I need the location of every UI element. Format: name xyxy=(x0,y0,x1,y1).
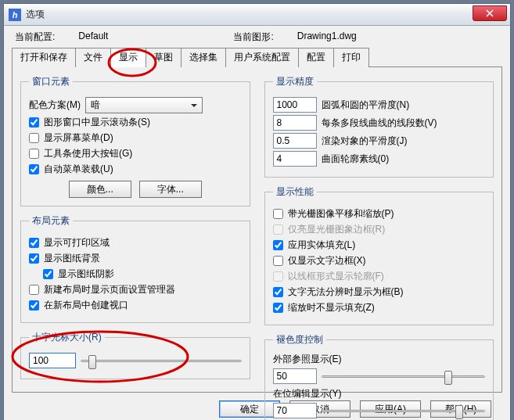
inplace-fade-slider[interactable] xyxy=(322,403,486,418)
create-viewport-checkbox[interactable]: 在新布局中创建视口 xyxy=(29,299,242,312)
contour-lines-label: 曲面轮廓素线(0) xyxy=(322,153,390,166)
content-area: 当前配置: Default 当前图形: Drawing1.dwg 打开和保存 文… xyxy=(4,26,510,420)
tab-plot[interactable]: 打印 xyxy=(333,48,369,67)
paper-shadow-checkbox[interactable]: 显示图纸阴影 xyxy=(43,267,242,281)
xref-fade-input[interactable]: 50 xyxy=(273,368,317,384)
solid-fill-checkbox[interactable]: 应用实体填充(L) xyxy=(273,239,486,252)
page-setup-checkbox[interactable]: 新建布局时显示页面设置管理器 xyxy=(29,283,242,296)
highlight-frame-checkbox: 仅亮显光栅图象边框(R) xyxy=(273,223,486,236)
render-smooth-label: 渲染对象的平滑度(J) xyxy=(322,135,408,148)
true-color-checkbox[interactable]: 文字无法分辨时显示为框(B) xyxy=(273,285,486,299)
no-fill-zoom-checkbox[interactable]: 缩放时不显示填充(Z) xyxy=(273,301,486,314)
auto-menu-checkbox[interactable]: 自动菜单装载(U) xyxy=(29,163,242,176)
polyline-segments-input[interactable]: 8 xyxy=(273,115,317,131)
print-area-checkbox[interactable]: 显示可打印区域 xyxy=(29,236,242,249)
render-smooth-input[interactable]: 0.5 xyxy=(273,133,317,149)
big-buttons-checkbox[interactable]: 工具条使用大按钮(G) xyxy=(29,147,242,160)
fade-control-legend: 褪色度控制 xyxy=(273,333,326,346)
screen-menu-checkbox[interactable]: 显示屏幕菜单(D) xyxy=(29,131,242,145)
pan-zoom-checkbox[interactable]: 带光栅图像平移和缩放(P) xyxy=(273,207,486,221)
titlebar[interactable]: h 选项 xyxy=(4,4,510,26)
crosshair-legend: 十字光标大小(R) xyxy=(29,331,105,344)
color-scheme-label: 配色方案(M) xyxy=(29,99,81,112)
config-value: Default xyxy=(78,31,108,44)
drawing-value: Drawing1.dwg xyxy=(297,31,357,44)
crosshair-slider[interactable] xyxy=(81,353,242,368)
close-icon xyxy=(486,9,494,17)
arc-smooth-label: 圆弧和圆的平滑度(N) xyxy=(322,99,410,112)
options-dialog: h 选项 当前配置: Default 当前图形: Drawing1.dwg 打开… xyxy=(3,3,511,420)
header-row: 当前配置: Default 当前图形: Drawing1.dwg xyxy=(12,31,502,44)
tab-draft[interactable]: 草图 xyxy=(146,48,182,67)
inplace-fade-label: 在位编辑显示(Y) xyxy=(273,387,486,400)
xref-fade-label: 外部参照显示(E) xyxy=(273,353,486,366)
polyline-segments-label: 每条多段线曲线的线段数(V) xyxy=(322,117,437,130)
fade-control-group: 褪色度控制 外部参照显示(E) 50 在位编辑显示(Y) 70 xyxy=(264,333,494,420)
window-title: 选项 xyxy=(26,8,45,21)
crosshair-group: 十字光标大小(R) 100 xyxy=(20,331,250,379)
wire-outline-checkbox: 以线框形式显示轮廓(F) xyxy=(273,270,486,283)
inplace-fade-input[interactable]: 70 xyxy=(273,403,317,418)
slider-thumb[interactable] xyxy=(444,371,452,385)
color-scheme-select[interactable]: 暗 xyxy=(85,97,203,113)
tab-profiles[interactable]: 配置 xyxy=(298,48,334,67)
display-precision-group: 显示精度 1000圆弧和圆的平滑度(N) 8每条多段线曲线的线段数(V) 0.5… xyxy=(264,75,494,178)
color-button[interactable]: 颜色... xyxy=(69,181,131,198)
tab-files[interactable]: 文件 xyxy=(75,48,111,67)
slider-thumb[interactable] xyxy=(455,405,463,419)
tab-open-save[interactable]: 打开和保存 xyxy=(12,48,76,67)
layout-elements-group: 布局元素 显示可打印区域 显示图纸背景 显示图纸阴影 新建布局时显示页面设置管理… xyxy=(20,214,250,323)
display-performance-legend: 显示性能 xyxy=(273,185,317,199)
right-column: 显示精度 1000圆弧和圆的平滑度(N) 8每条多段线曲线的线段数(V) 0.5… xyxy=(264,75,494,381)
tab-user-preferences[interactable]: 用户系统配置 xyxy=(225,48,299,67)
left-column: 窗口元素 配色方案(M) 暗 图形窗口中显示滚动条(S) 显示屏幕菜单(D) 工… xyxy=(20,75,250,381)
font-button[interactable]: 字体... xyxy=(139,181,202,198)
xref-fade-slider[interactable] xyxy=(322,368,486,384)
tab-display[interactable]: 显示 xyxy=(110,48,146,67)
scrollbars-checkbox[interactable]: 图形窗口中显示滚动条(S) xyxy=(29,116,242,129)
slider-thumb[interactable] xyxy=(88,355,96,369)
layout-elements-legend: 布局元素 xyxy=(29,214,73,228)
app-icon: h xyxy=(9,9,21,21)
tab-panel: 窗口元素 配色方案(M) 暗 图形窗口中显示滚动条(S) 显示屏幕菜单(D) 工… xyxy=(12,67,502,393)
crosshair-input[interactable]: 100 xyxy=(29,353,76,368)
tab-selection[interactable]: 选择集 xyxy=(181,48,226,67)
drawing-label: 当前图形: xyxy=(233,31,273,44)
display-performance-group: 显示性能 带光栅图像平移和缩放(P) 仅亮显光栅图象边框(R) 应用实体填充(L… xyxy=(264,185,494,325)
arc-smooth-input[interactable]: 1000 xyxy=(273,97,317,113)
config-label: 当前配置: xyxy=(15,31,55,44)
paper-bg-checkbox[interactable]: 显示图纸背景 xyxy=(29,252,242,265)
window-elements-legend: 窗口元素 xyxy=(29,75,73,88)
tab-strip: 打开和保存 文件 显示 草图 选择集 用户系统配置 配置 打印 xyxy=(12,47,502,67)
contour-lines-input[interactable]: 4 xyxy=(273,151,317,167)
display-precision-legend: 显示精度 xyxy=(273,75,317,88)
text-frame-checkbox[interactable]: 仅显示文字边框(X) xyxy=(273,254,486,267)
window-elements-group: 窗口元素 配色方案(M) 暗 图形窗口中显示滚动条(S) 显示屏幕菜单(D) 工… xyxy=(20,75,250,206)
close-button[interactable] xyxy=(473,5,507,21)
